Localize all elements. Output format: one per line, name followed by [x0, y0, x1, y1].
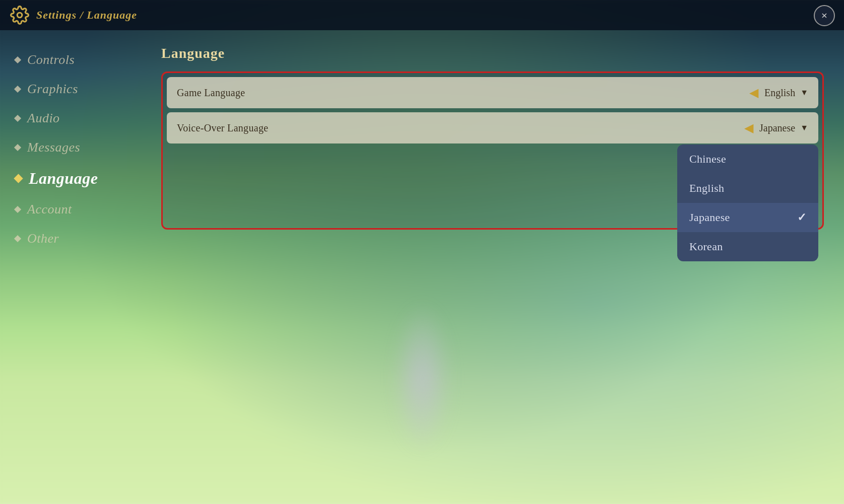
checkmark-icon: ✓ — [797, 211, 806, 224]
sidebar-item-label: Language — [29, 169, 98, 188]
dropdown-item-korean[interactable]: Korean — [677, 232, 818, 261]
voice-language-dropdown: Chinese English Japanese ✓ Korean — [677, 145, 818, 261]
game-language-row: Game Language ◀ English ▼ — [167, 77, 818, 108]
voice-language-row: Voice-Over Language ◀ Japanese ▼ — [167, 112, 818, 143]
diamond-icon — [14, 144, 21, 151]
close-button[interactable]: × — [814, 5, 835, 26]
main-content: Language Game Language ◀ English ▼ Voice… — [141, 30, 844, 504]
svg-point-0 — [17, 13, 22, 18]
diamond-icon — [14, 56, 21, 63]
sidebar-item-label: Controls — [27, 52, 75, 67]
sidebar-item-account[interactable]: Account — [0, 195, 141, 224]
voice-language-value: Japanese — [759, 122, 795, 134]
dropdown-item-label: Japanese — [689, 211, 730, 224]
diamond-icon — [14, 235, 21, 242]
dropdown-item-label: Chinese — [689, 153, 726, 166]
header: Settings / Language × — [0, 0, 844, 30]
sidebar-item-language[interactable]: Language — [0, 162, 141, 195]
sidebar-item-label: Account — [27, 202, 72, 217]
settings-panel: Game Language ◀ English ▼ Voice-Over Lan… — [161, 71, 824, 230]
dropdown-arrow-icon-2: ▼ — [800, 123, 808, 132]
dropdown-item-label: English — [689, 182, 724, 195]
voice-language-label: Voice-Over Language — [177, 122, 744, 134]
dropdown-item-english[interactable]: English — [677, 174, 818, 203]
dropdown-arrow-icon: ▼ — [800, 88, 808, 97]
sidebar-item-other[interactable]: Other — [0, 224, 141, 253]
dropdown-item-label: Korean — [689, 240, 723, 253]
sidebar-item-graphics[interactable]: Graphics — [0, 75, 141, 104]
dropdown-item-chinese[interactable]: Chinese — [677, 145, 818, 174]
diamond-icon — [14, 115, 21, 122]
sidebar-item-controls[interactable]: Controls — [0, 45, 141, 75]
sidebar: Controls Graphics Audio Messages Languag… — [0, 30, 141, 504]
dropdown-item-japanese[interactable]: Japanese ✓ — [677, 203, 818, 232]
game-language-label: Game Language — [177, 87, 749, 99]
sidebar-item-label: Graphics — [27, 82, 78, 97]
section-title: Language — [161, 45, 824, 61]
sidebar-item-messages[interactable]: Messages — [0, 133, 141, 162]
left-arrow-icon-2: ◀ — [744, 121, 753, 135]
diamond-icon — [14, 174, 23, 183]
sidebar-item-label: Messages — [27, 140, 80, 155]
diamond-icon — [14, 206, 21, 213]
left-arrow-icon: ◀ — [749, 86, 758, 100]
voice-language-wrapper: Voice-Over Language ◀ Japanese ▼ Chinese… — [163, 112, 822, 143]
diamond-icon — [14, 86, 21, 93]
game-language-value: English — [764, 87, 795, 99]
header-title: Settings / Language — [36, 9, 137, 22]
sidebar-item-label: Audio — [27, 111, 60, 126]
sidebar-item-audio[interactable]: Audio — [0, 104, 141, 133]
gear-icon — [10, 6, 29, 25]
sidebar-item-label: Other — [27, 231, 59, 246]
